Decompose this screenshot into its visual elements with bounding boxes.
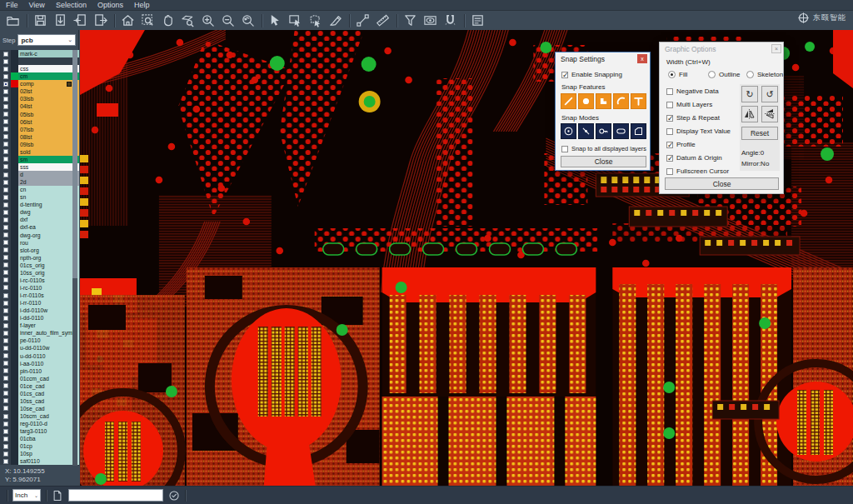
layer-checkbox[interactable] bbox=[3, 376, 8, 381]
layer-row[interactable]: u-dd-0110w bbox=[0, 344, 79, 352]
layer-visibility-cell[interactable] bbox=[0, 397, 11, 405]
layer-name[interactable]: rou bbox=[18, 239, 79, 247]
layer-name[interactable]: i-aa-0110 bbox=[18, 360, 79, 367]
pan-icon[interactable] bbox=[158, 12, 178, 29]
layer-row[interactable]: i-dd-0110 bbox=[0, 314, 79, 322]
layer-visibility-cell[interactable] bbox=[0, 80, 11, 87]
highlight-icon[interactable] bbox=[326, 12, 346, 29]
layer-checkbox[interactable] bbox=[3, 52, 8, 57]
layer-name[interactable]: sold bbox=[18, 148, 79, 156]
open-icon[interactable] bbox=[3, 12, 23, 29]
profile-checkbox[interactable]: Profile bbox=[666, 141, 696, 148]
layer-name[interactable]: 10ss_cad bbox=[18, 397, 79, 405]
reset-button[interactable]: Reset bbox=[741, 127, 778, 140]
layer-checkbox[interactable] bbox=[3, 255, 8, 260]
layer-row[interactable]: 01cs_cad bbox=[0, 390, 79, 397]
layer-name[interactable]: sss bbox=[18, 163, 79, 171]
layer-checkbox[interactable] bbox=[3, 383, 8, 388]
layer-row[interactable]: slot-org bbox=[0, 247, 79, 254]
layer-visibility-cell[interactable] bbox=[0, 412, 11, 420]
layer-row[interactable]: comp bbox=[0, 80, 79, 87]
snap-feature-line-button[interactable] bbox=[561, 93, 576, 109]
layer-checkbox[interactable] bbox=[3, 74, 8, 79]
layer-row[interactable]: d-tenting bbox=[0, 201, 79, 208]
import-icon[interactable] bbox=[51, 12, 71, 29]
layer-checkbox[interactable] bbox=[3, 414, 8, 419]
layer-row[interactable]: 10ss_cad bbox=[0, 397, 79, 405]
layer-visibility-cell[interactable] bbox=[0, 390, 11, 397]
layer-row[interactable]: 05lsb bbox=[0, 111, 79, 118]
rotate-cw-button[interactable]: ↻ bbox=[741, 86, 758, 102]
rotate-ccw-button[interactable]: ↺ bbox=[761, 86, 778, 102]
layer-name[interactable]: 01cba bbox=[18, 435, 79, 442]
layer-visibility-cell[interactable] bbox=[0, 352, 11, 360]
layer-visibility-cell[interactable] bbox=[0, 72, 11, 80]
zoom-select-icon[interactable] bbox=[138, 12, 158, 29]
layer-name[interactable]: cn bbox=[18, 186, 79, 193]
layer-name[interactable]: u-dd-0110 bbox=[18, 352, 79, 360]
layer-row[interactable]: 01cs_orig bbox=[0, 262, 79, 269]
layer-row[interactable]: f-layer bbox=[0, 322, 79, 329]
multi-layers-checkbox[interactable]: Multi Layers bbox=[666, 101, 712, 108]
layer-row[interactable]: inner_auto_film_symb bbox=[0, 329, 79, 337]
radio-fill[interactable]: Fill bbox=[668, 71, 687, 78]
confirm-circle-icon[interactable] bbox=[168, 490, 180, 502]
select-rect-icon[interactable] bbox=[286, 12, 306, 29]
zoom-dynamic-icon[interactable] bbox=[178, 12, 198, 29]
layer-name[interactable]: 02lst bbox=[18, 87, 79, 95]
layer-visibility-cell[interactable] bbox=[0, 95, 11, 102]
layer-row[interactable]: i-dd-0110w bbox=[0, 307, 79, 314]
layer-visibility-cell[interactable] bbox=[0, 193, 11, 201]
layer-visibility-cell[interactable] bbox=[0, 292, 11, 299]
layer-row[interactable]: i-rc-0110 bbox=[0, 284, 79, 292]
layer-checkbox[interactable] bbox=[3, 262, 8, 267]
layer-name[interactable]: 01cp bbox=[18, 442, 79, 450]
layer-name[interactable]: 01ce_cad bbox=[18, 382, 79, 390]
layer-visibility-cell[interactable] bbox=[0, 382, 11, 390]
layer-checkbox[interactable] bbox=[3, 157, 8, 162]
snap-mode-center-button[interactable] bbox=[561, 123, 576, 139]
layer-name[interactable]: mark-c bbox=[18, 50, 79, 57]
layer-visibility-cell[interactable] bbox=[0, 322, 11, 329]
layer-name[interactable]: f-layer bbox=[18, 322, 79, 329]
layer-row[interactable]: saf0110 bbox=[0, 457, 79, 465]
layer-name[interactable]: 10sp bbox=[18, 450, 79, 457]
layer-visibility-cell[interactable] bbox=[0, 254, 11, 262]
layer-row[interactable]: sold bbox=[0, 148, 79, 156]
layer-checkbox[interactable] bbox=[3, 134, 8, 139]
layer-checkbox[interactable] bbox=[3, 82, 8, 87]
layer-checkbox[interactable] bbox=[3, 406, 8, 411]
layer-visibility-cell[interactable] bbox=[0, 427, 11, 435]
layer-checkbox[interactable] bbox=[3, 444, 8, 449]
layer-checkbox[interactable] bbox=[3, 368, 8, 373]
layer-name[interactable]: 01ccm_cad bbox=[18, 375, 79, 382]
display-text-value-checkbox[interactable]: Display Text Value bbox=[666, 127, 731, 135]
home-icon[interactable] bbox=[118, 12, 138, 29]
layer-checkbox[interactable] bbox=[3, 127, 8, 132]
layer-row[interactable]: mark-c bbox=[0, 50, 79, 57]
layer-visibility-cell[interactable] bbox=[0, 65, 11, 72]
layer-row[interactable]: sss bbox=[0, 163, 79, 171]
layer-row[interactable]: 01ccm_cad bbox=[0, 375, 79, 382]
layer-checkbox[interactable] bbox=[3, 338, 8, 343]
save-icon[interactable] bbox=[31, 12, 51, 29]
layer-visibility-cell[interactable] bbox=[0, 163, 11, 171]
layer-name[interactable]: 2d bbox=[18, 178, 79, 186]
layer-row[interactable]: 04lst bbox=[0, 102, 79, 110]
layer-row[interactable]: 10sp bbox=[0, 450, 79, 457]
menu-options[interactable]: Options bbox=[97, 1, 123, 9]
negative-data-checkbox[interactable]: Negative Data bbox=[666, 87, 719, 95]
new-page-icon[interactable] bbox=[52, 490, 63, 502]
layer-row[interactable]: 02lst bbox=[0, 87, 79, 95]
layer-name[interactable]: saf0110 bbox=[18, 457, 79, 465]
layer-visibility-cell[interactable] bbox=[0, 442, 11, 450]
flip-horizontal-button[interactable] bbox=[741, 106, 758, 122]
layer-row[interactable]: i-rr-0110s bbox=[0, 292, 79, 299]
layer-checkbox[interactable] bbox=[3, 172, 8, 177]
layer-visibility-cell[interactable] bbox=[0, 420, 11, 427]
layer-visibility-cell[interactable] bbox=[0, 367, 11, 375]
ruler-icon[interactable] bbox=[373, 12, 393, 29]
layer-checkbox[interactable] bbox=[3, 59, 8, 64]
layer-row[interactable]: dwg-org bbox=[0, 232, 79, 239]
measure-icon[interactable] bbox=[353, 12, 373, 29]
